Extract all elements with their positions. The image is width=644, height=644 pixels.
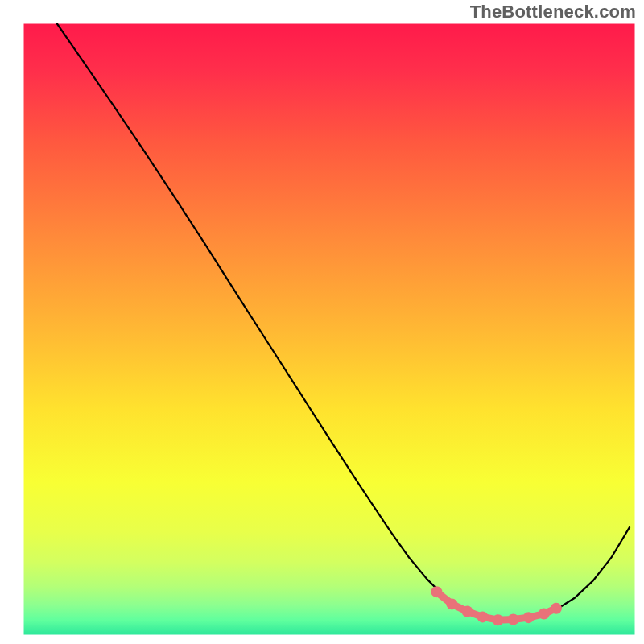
optimal-zone-dot [431,586,442,597]
plot-area [23,23,636,636]
optimal-zone-dot [551,603,562,614]
optimal-zone-dot [477,611,489,622]
optimal-zone-dot [539,609,550,620]
optimal-zone-dot [508,613,519,625]
optimal-zone-dot [461,606,473,617]
optimal-zone-dot [493,614,504,625]
optimal-zone-dot [446,598,457,609]
chart-container: TheBottleneck.com [0,0,644,644]
bottleneck-chart [0,0,644,644]
optimal-zone-dot [523,612,535,623]
watermark-text: TheBottleneck.com [470,2,636,23]
